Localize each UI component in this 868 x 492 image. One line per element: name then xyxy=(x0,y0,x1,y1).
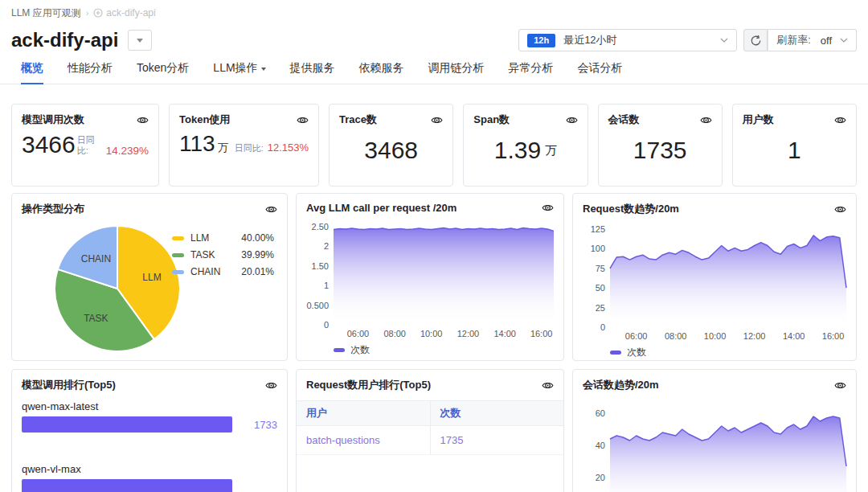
panel-session-trend: 会话数趋势/20m 604020 06:0008:0010:0012:0014:… xyxy=(572,369,857,492)
chevron-down-icon xyxy=(261,68,266,71)
panel-request-trend: Request数趋势/20m 1251007550250 06:0008:001… xyxy=(572,193,857,361)
refresh-rate-select[interactable]: 刷新率: off xyxy=(768,29,857,51)
eye-icon[interactable] xyxy=(431,114,443,126)
tab-label: 概览 xyxy=(21,61,43,76)
legend-marker xyxy=(172,270,184,274)
app-switcher-button[interactable] xyxy=(128,30,152,51)
svg-text:CHAIN: CHAIN xyxy=(81,253,111,264)
title-row: ack-dify-api 12h 最近12小时 刷新率: off xyxy=(11,27,857,53)
stat-unit: 万 xyxy=(218,141,228,155)
eye-icon[interactable] xyxy=(137,114,149,126)
x-axis: 06:0008:0010:0012:0014:0016:00 xyxy=(334,329,554,340)
bar-item: qwen-vl-max xyxy=(22,463,277,492)
legend-marker xyxy=(610,351,621,355)
eye-icon[interactable] xyxy=(566,114,578,126)
stat-unit: 万 xyxy=(545,143,557,158)
panel-user-top5: Request数用户排行(Top5) 用户 次数 batch-questions… xyxy=(296,369,564,492)
bar-track xyxy=(22,416,232,433)
panel-title: 会话数趋势/20m xyxy=(583,378,659,392)
series-legend[interactable]: 次数 xyxy=(610,346,846,359)
user-link[interactable]: batch-questions xyxy=(297,426,430,455)
tab-overview[interactable]: 概览 xyxy=(21,61,43,84)
chevron-down-icon xyxy=(720,38,728,43)
stat-card-traces: Trace数 3468 xyxy=(329,104,453,187)
tab-token[interactable]: Token分析 xyxy=(137,61,189,84)
bar-label: qwen-max-latest xyxy=(22,400,277,412)
compare-label: 日同比: xyxy=(77,135,98,156)
tab-bar: 概览 性能分析 Token分析 LLM操作 提供服务 依赖服务 调用链分析 异常… xyxy=(0,61,868,84)
eye-icon[interactable] xyxy=(265,203,277,215)
legend-item-task[interactable]: TASK 39.99% xyxy=(172,249,274,260)
eye-icon[interactable] xyxy=(834,114,846,126)
panel-avg-llm-call: Avg LLM call per request /20m 2.5021.501… xyxy=(296,193,564,361)
eye-icon[interactable] xyxy=(542,202,554,214)
breadcrumb: LLM 应用可观测 › ack-dify-api xyxy=(11,6,857,19)
tab-label: 异常分析 xyxy=(509,61,554,76)
panel-row-2: 操作类型分布 LLMTASKCHAIN LLM 40.00% TASK 39.9… xyxy=(11,193,857,361)
legend-label: 次数 xyxy=(350,343,370,357)
bar-fill[interactable] xyxy=(22,416,232,433)
legend-value: 40.00% xyxy=(234,232,274,244)
plot-area[interactable] xyxy=(334,227,554,325)
stat-value: 3468 xyxy=(364,139,418,162)
time-range-select[interactable]: 12h 最近12小时 xyxy=(518,29,737,51)
plot-area[interactable] xyxy=(610,405,846,492)
tab-label: 调用链分析 xyxy=(428,61,485,76)
card-title: 会话数 xyxy=(608,113,640,127)
tab-label: LLM操作 xyxy=(213,61,257,76)
y-axis: 1251007550250 xyxy=(583,229,610,327)
tab-llm-ops[interactable]: LLM操作 xyxy=(213,61,265,84)
bar-fill[interactable] xyxy=(22,479,232,492)
tab-performance[interactable]: 性能分析 xyxy=(68,61,113,84)
tab-trace-analysis[interactable]: 调用链分析 xyxy=(428,61,485,84)
column-header-user[interactable]: 用户 xyxy=(297,401,430,426)
legend-marker xyxy=(172,253,184,257)
eye-icon[interactable] xyxy=(542,379,554,392)
breadcrumb-separator: › xyxy=(86,8,89,18)
refresh-button[interactable] xyxy=(743,29,768,51)
stat-card-token-usage: Token使用 113 万 日同比: 12.153% xyxy=(169,104,319,187)
series-legend[interactable]: 次数 xyxy=(334,343,554,357)
panel-title: 操作类型分布 xyxy=(22,202,84,216)
bar-value: 1733 xyxy=(232,419,277,431)
eye-icon[interactable] xyxy=(834,379,846,392)
app-icon xyxy=(93,8,103,18)
eye-icon[interactable] xyxy=(700,114,712,126)
stats-row: 模型调用次数 3466 日同比: 14.239% Token使用 113 万 日… xyxy=(11,104,857,187)
panel-row-3: 模型调用排行(Top5) qwen-max-latest 1733 qwen-v… xyxy=(11,369,857,492)
time-range-label: 最近12小时 xyxy=(563,33,712,47)
legend-item-chain[interactable]: CHAIN 20.01% xyxy=(172,266,274,277)
panel-operation-type-pie: 操作类型分布 LLMTASKCHAIN LLM 40.00% TASK 39.9… xyxy=(11,193,288,361)
tab-session-analysis[interactable]: 会话分析 xyxy=(578,61,623,84)
svg-text:LLM: LLM xyxy=(142,272,161,283)
legend-value: 39.99% xyxy=(234,249,274,260)
stat-value: 1735 xyxy=(633,139,687,162)
legend-item-llm[interactable]: LLM 40.00% xyxy=(172,232,274,244)
card-title: Span数 xyxy=(473,113,510,127)
eye-icon[interactable] xyxy=(297,114,309,126)
tab-dependencies[interactable]: 依赖服务 xyxy=(359,61,404,84)
eye-icon[interactable] xyxy=(265,379,277,392)
eye-icon[interactable] xyxy=(834,203,846,215)
y-axis: 604020 xyxy=(583,405,610,492)
area-chart: 2.5021.5010.5000 xyxy=(306,227,554,325)
plot-area[interactable] xyxy=(610,229,846,327)
breadcrumb-root[interactable]: LLM 应用可观测 xyxy=(11,6,81,20)
tab-provided-services[interactable]: 提供服务 xyxy=(290,61,335,84)
area-chart: 1251007550250 xyxy=(583,229,846,327)
tab-label: 会话分析 xyxy=(578,61,623,76)
tab-label: 提供服务 xyxy=(290,61,335,76)
time-range-badge: 12h xyxy=(527,34,555,47)
bar-item: qwen-max-latest 1733 xyxy=(22,400,277,433)
pie-legend: LLM 40.00% TASK 39.99% CHAIN 20.01% xyxy=(172,232,274,283)
stat-card-spans: Span数 1.39 万 xyxy=(463,104,588,187)
x-axis: 06:0008:0010:0012:0014:0016:00 xyxy=(610,331,846,342)
column-header-count[interactable]: 次数 xyxy=(430,401,563,426)
legend-label: 次数 xyxy=(627,346,646,359)
panel-title: 模型调用排行(Top5) xyxy=(22,378,116,392)
breadcrumb-current: ack-dify-api xyxy=(93,7,155,18)
y-axis: 2.5021.5010.5000 xyxy=(306,227,334,325)
tab-error-analysis[interactable]: 异常分析 xyxy=(509,61,554,84)
refresh-rate-label: 刷新率: xyxy=(776,33,811,47)
legend-marker xyxy=(172,236,184,240)
